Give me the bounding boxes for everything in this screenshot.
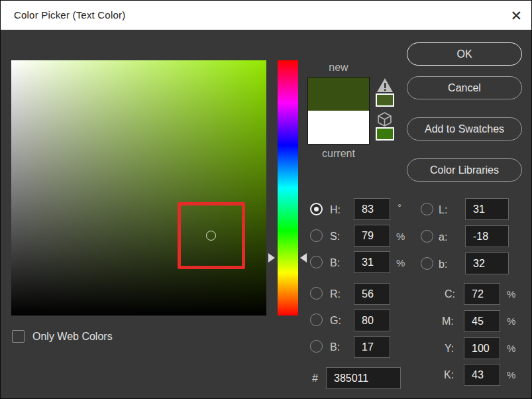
unit-m: %	[507, 315, 515, 327]
hue-slider-handle-left-icon[interactable]	[268, 253, 275, 262]
only-web-colors-label: Only Web Colors	[32, 331, 113, 343]
radio-g[interactable]	[310, 314, 323, 326]
new-current-swatch	[307, 77, 370, 144]
label-b-hsb: B:	[330, 257, 340, 269]
dialog-title: Color Picker (Text Color)	[14, 9, 125, 21]
highlight-annotation-rectangle	[178, 202, 245, 269]
unit-y: %	[507, 343, 515, 354]
radio-a[interactable]	[421, 230, 433, 243]
label-c: C:	[445, 288, 455, 300]
label-a: a:	[439, 231, 447, 243]
hue-slider[interactable]	[278, 60, 298, 315]
label-k: K:	[444, 369, 454, 381]
input-b-hsb[interactable]	[354, 251, 390, 273]
radio-l[interactable]	[421, 203, 433, 215]
input-k[interactable]	[464, 364, 500, 386]
input-l[interactable]	[465, 198, 509, 220]
titlebar: Color Picker (Text Color)	[1, 1, 531, 30]
new-color-swatch	[308, 78, 369, 111]
radio-h[interactable]	[310, 203, 323, 215]
unit-s: %	[396, 231, 405, 242]
label-m: M:	[442, 315, 454, 327]
web-safe-swatch[interactable]	[376, 127, 394, 141]
label-s: S:	[330, 231, 340, 243]
input-r[interactable]	[354, 283, 390, 305]
input-hex[interactable]	[326, 367, 401, 389]
gamut-warning-icon[interactable]	[376, 78, 394, 95]
current-color-label: current	[307, 148, 370, 160]
input-c[interactable]	[464, 283, 500, 305]
label-l: L:	[439, 204, 447, 216]
add-to-swatches-button[interactable]: Add to Swatches	[407, 117, 522, 141]
input-a[interactable]	[465, 225, 509, 247]
color-libraries-button[interactable]: Color Libraries	[407, 158, 522, 182]
color-field[interactable]	[11, 60, 266, 315]
close-icon[interactable]: ✕	[496, 1, 522, 30]
cancel-button[interactable]: Cancel	[407, 76, 522, 99]
radio-b-lab[interactable]	[421, 257, 433, 270]
input-m[interactable]	[464, 310, 500, 332]
gamut-swatch[interactable]	[376, 93, 394, 107]
label-h: H:	[330, 204, 341, 216]
hue-slider-handle-right-icon[interactable]	[300, 253, 307, 262]
input-s[interactable]	[354, 225, 390, 247]
radio-s[interactable]	[310, 229, 323, 242]
unit-c: %	[507, 288, 515, 300]
label-hex: #	[312, 372, 318, 384]
color-picker-dialog: Color Picker (Text Color) ✕ new current	[0, 0, 532, 399]
input-y[interactable]	[464, 337, 500, 359]
input-b-rgb[interactable]	[354, 336, 390, 358]
unit-b-hsb: %	[396, 257, 405, 268]
radio-b-hsb[interactable]	[310, 256, 323, 268]
label-g: G:	[330, 315, 341, 327]
new-color-label: new	[307, 62, 370, 74]
unit-h: °	[398, 201, 401, 213]
input-b-lab[interactable]	[465, 253, 509, 274]
input-g[interactable]	[354, 310, 390, 331]
ok-button[interactable]: OK	[407, 42, 522, 66]
label-b-lab: b:	[439, 258, 447, 270]
radio-r[interactable]	[310, 287, 323, 300]
label-r: R:	[330, 288, 341, 300]
radio-b-rgb[interactable]	[310, 340, 323, 353]
input-h[interactable]	[354, 198, 390, 220]
only-web-colors-checkbox[interactable]	[12, 330, 25, 343]
current-color-swatch	[308, 111, 369, 144]
label-y: Y:	[445, 343, 454, 355]
unit-k: %	[507, 369, 515, 380]
label-b-rgb: B:	[330, 341, 340, 353]
